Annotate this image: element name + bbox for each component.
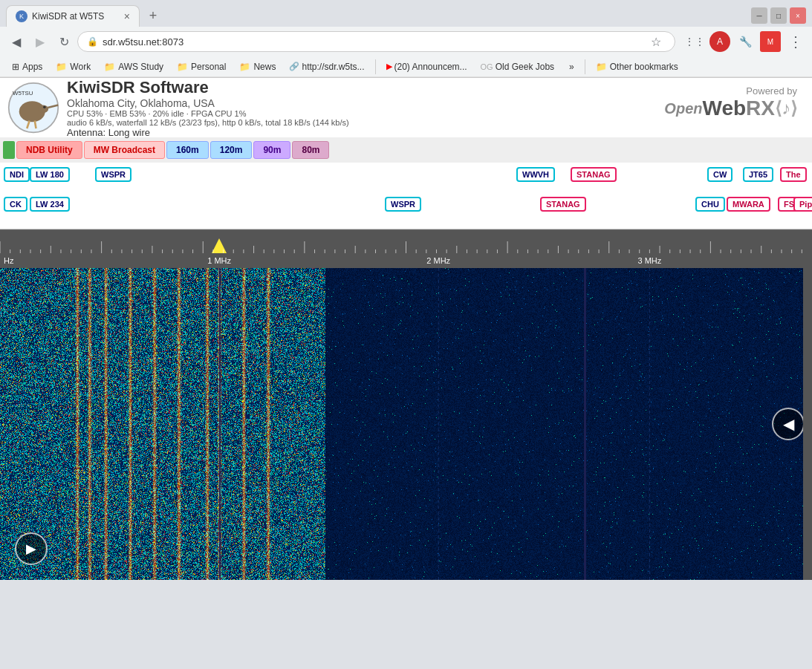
youtube-icon: ▶	[386, 62, 392, 71]
bookmarks-aws-item[interactable]: 📁 AWS Study	[98, 60, 169, 74]
openwebrx-text: Open	[664, 100, 702, 117]
page-content: W5TSU KiwiSDR Software Oklahoma City, Ok…	[0, 78, 812, 580]
band-mw-broadcast[interactable]: MW Broadcast	[84, 141, 165, 159]
tab-title: KiwiSDR at W5TS	[32, 11, 118, 22]
bookmark-star-icon[interactable]: ☆	[646, 35, 666, 49]
bookmarks-other-item[interactable]: 📁 Other bookmarks	[590, 60, 684, 74]
band-ndb-utility[interactable]: NDB Utility	[16, 141, 82, 159]
band-80m[interactable]: 80m	[292, 141, 329, 159]
bookmarks-personal-item[interactable]: 📁 Personal	[171, 60, 232, 74]
browser-chrome: K KiwiSDR at W5TS × + ─ □ × ◀ ▶ ↻ 🔒 sdr.…	[0, 0, 812, 78]
freq-tag-ndi[interactable]: NDI	[4, 167, 30, 182]
window-controls: ─ □ ×	[751, 7, 806, 24]
news-label: News	[253, 62, 276, 72]
extensions-button[interactable]: ⋮⋮	[684, 31, 705, 52]
work-label: Work	[70, 62, 91, 72]
address-bar[interactable]: 🔒 sdr.w5tsu.net:8073 ☆	[77, 31, 675, 52]
bookmarks-work-item[interactable]: 📁 Work	[50, 60, 97, 74]
openwebrx-web: Web	[702, 97, 746, 120]
powered-by: Powered by OpenWebRX⟨♪⟩	[664, 85, 797, 120]
profile-icon[interactable]: A	[709, 31, 730, 52]
bookmarks-separator	[375, 59, 376, 74]
bookmarks-news-item[interactable]: 📁 News	[233, 60, 282, 74]
freq-tags-area: NDI LW 180 WSPR WWVH STANAG CW JT65 The …	[0, 163, 812, 229]
freq-tag-wwvh[interactable]: WWVH	[516, 167, 555, 182]
band-120m[interactable]: 120m	[210, 141, 253, 159]
title-bar: K KiwiSDR at W5TS × + ─ □ ×	[0, 0, 812, 27]
apps-label: Apps	[22, 62, 42, 72]
freq-tag-wspr-2[interactable]: WSPR	[385, 197, 421, 212]
youtube-label: (20) Announcem...	[394, 62, 467, 72]
aws-label: AWS Study	[118, 62, 163, 72]
freq-tag-stanag-2[interactable]: STANAG	[540, 197, 586, 212]
band-160m[interactable]: 160m	[166, 141, 209, 159]
other-label: Other bookmarks	[610, 62, 678, 72]
extension-icon-1[interactable]: 🔧	[735, 31, 756, 52]
scrollbar[interactable]	[803, 268, 812, 580]
freq-tag-stanag-1[interactable]: STANAG	[571, 167, 617, 182]
kiwi-antenna: Antenna: Long wire	[67, 127, 805, 138]
freq-tag-chu[interactable]: CHU	[695, 197, 725, 212]
bookmarks-sdr-link[interactable]: 🔗 http://sdr.w5ts...	[283, 60, 370, 74]
band-90m[interactable]: 90m	[253, 141, 290, 159]
bookmarks-bar: ⊞ Apps 📁 Work 📁 AWS Study 📁 Personal 📁 N…	[0, 56, 812, 77]
bookmarks-apps-item[interactable]: ⊞ Apps	[6, 60, 48, 74]
folder-icon-other: 📁	[596, 62, 607, 72]
freq-tag-cw[interactable]: CW	[707, 167, 733, 182]
refresh-button[interactable]: ↻	[53, 31, 74, 52]
personal-label: Personal	[191, 62, 226, 72]
close-button[interactable]: ×	[790, 7, 806, 24]
extension-icon-2[interactable]: M	[760, 31, 781, 52]
maximize-button[interactable]: □	[770, 7, 787, 24]
waterfall: ▶ ◀	[0, 268, 812, 580]
bookmarks-separator-2	[585, 59, 585, 74]
oldgeek-label: Old Geek Jobs	[496, 62, 554, 72]
freq-tag-lw180[interactable]: LW 180	[30, 167, 70, 182]
browser-tab[interactable]: K KiwiSDR at W5TS ×	[6, 5, 140, 27]
folder-icon-personal: 📁	[177, 62, 188, 72]
tab-close-button[interactable]: ×	[124, 10, 130, 22]
tab-favicon: K	[16, 10, 27, 22]
url-text: sdr.w5tsu.net:8073	[103, 36, 183, 48]
more-menu-button[interactable]: ⋮	[785, 31, 806, 52]
new-tab-button[interactable]: +	[143, 5, 163, 26]
frequency-search-input[interactable]	[545, 90, 663, 108]
freq-label-2mhz: 2 MHz	[426, 256, 450, 265]
svg-point-2	[38, 105, 48, 114]
folder-icon-work: 📁	[56, 62, 67, 72]
address-lock-icon: 🔒	[87, 36, 98, 47]
freq-label-hz: Hz	[4, 256, 13, 265]
kiwi-header: W5TSU KiwiSDR Software Oklahoma City, Ok…	[0, 78, 812, 137]
freq-label-1mhz: 1 MHz	[207, 256, 231, 265]
forward-button[interactable]: ▶	[30, 31, 51, 52]
svg-line-6	[35, 121, 36, 129]
sdr-link-label: http://sdr.w5ts...	[302, 62, 364, 72]
link-icon-sdr: 🔗	[289, 62, 299, 71]
freq-tag-jt65[interactable]: JT65	[743, 167, 773, 182]
freq-tag-ck[interactable]: CK	[4, 197, 27, 212]
freq-label-3mhz: 3 MHz	[638, 256, 662, 265]
back-button[interactable]: ◀	[6, 31, 27, 52]
openwebrx-logo: OpenWebRX⟨♪⟩	[664, 97, 797, 120]
minimize-button[interactable]: ─	[751, 7, 767, 24]
freq-tag-mwara[interactable]: MWARA	[727, 197, 770, 212]
freq-tag-wspr-1[interactable]: WSPR	[95, 167, 131, 182]
freq-tag-lw234[interactable]: LW 234	[30, 197, 70, 212]
play-button[interactable]: ▶	[15, 532, 48, 565]
bookmarks-oldgeek-item[interactable]: OG Old Geek Jobs	[475, 60, 561, 74]
folder-icon-news: 📁	[239, 62, 250, 72]
toolbar-icons: ⋮⋮ A 🔧 M ⋮	[684, 31, 806, 52]
waterfall-canvas	[0, 268, 812, 580]
band-indicator	[3, 141, 15, 159]
freq-tag-the[interactable]: The	[780, 167, 807, 182]
svg-text:W5TSU: W5TSU	[13, 90, 33, 97]
scroll-left-button[interactable]: ◀	[772, 408, 805, 440]
bookmarks-more-button[interactable]: »	[563, 60, 580, 74]
freq-tag-pip[interactable]: Pip	[793, 197, 812, 212]
folder-icon-aws: 📁	[104, 62, 115, 72]
openwebrx-symbol: ⟨♪⟩	[775, 98, 797, 119]
powered-by-text: Powered by	[664, 85, 797, 97]
nav-bar: ◀ ▶ ↻ 🔒 sdr.w5tsu.net:8073 ☆ ⋮⋮ A 🔧 M ⋮	[0, 27, 812, 56]
bookmarks-youtube-item[interactable]: ▶ (20) Announcem...	[380, 60, 473, 74]
kiwi-logo: W5TSU	[7, 82, 59, 134]
